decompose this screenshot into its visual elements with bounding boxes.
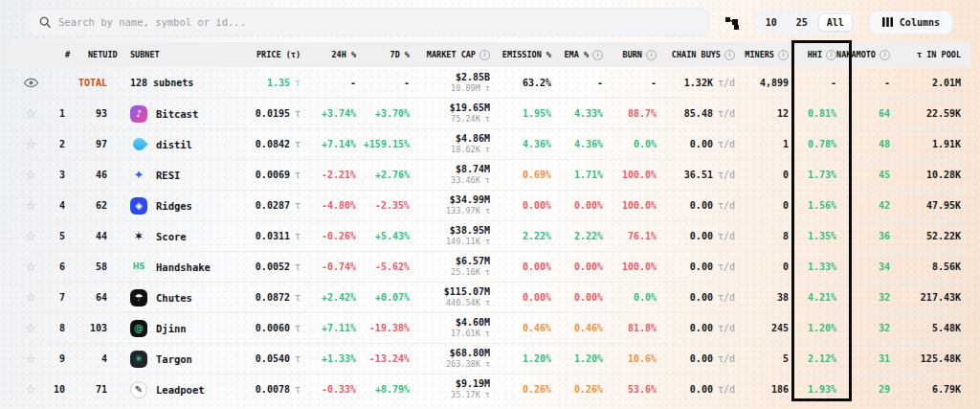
favorite-star-icon[interactable]: ☆ <box>25 198 36 213</box>
favorite-cell: ☆ <box>10 106 52 121</box>
column-header-h24[interactable]: 24H % <box>310 50 366 59</box>
column-header-rank[interactable]: # <box>52 50 75 59</box>
column-header-label: SUBNET <box>130 50 160 59</box>
favorite-star-icon[interactable]: ☆ <box>25 352 36 366</box>
cell-ema: 0.46% <box>561 323 612 333</box>
search-input[interactable] <box>58 16 699 28</box>
cell-7d: +159.15% <box>366 139 419 149</box>
cell-rank: 9 <box>52 353 75 364</box>
chain-buys-value: 0.00 <box>690 384 713 395</box>
page-size-all[interactable]: All <box>818 13 853 32</box>
subnet-logo-icon: HS <box>130 259 147 276</box>
cell-24h: +1.33% <box>310 353 366 364</box>
cell-hhi: - <box>798 78 846 88</box>
column-header-price[interactable]: PRICE (τ) <box>222 50 310 59</box>
network-nodes-icon[interactable] <box>724 14 741 30</box>
chain-buys-value: 36.51 <box>684 170 713 180</box>
search-box[interactable] <box>29 8 709 36</box>
columns-button[interactable]: Columns <box>869 11 953 34</box>
market-cap-usd: $34.99M <box>450 193 490 206</box>
cell-subnet[interactable]: HSHandshake <box>117 259 222 276</box>
info-icon[interactable]: i <box>778 50 789 60</box>
total-row[interactable]: TOTAL128 subnets1.35τ--$2.85B10.89M τ63.… <box>10 67 970 98</box>
market-cap-usd: $2.85B <box>456 71 490 83</box>
cell-subnet[interactable]: ✶Score <box>117 228 222 245</box>
cell-subnet[interactable]: ☂Chutes <box>117 289 222 307</box>
favorite-star-icon[interactable]: ☆ <box>25 260 36 274</box>
favorite-star-icon[interactable]: ☆ <box>25 168 36 182</box>
table-row[interactable]: ☆462◈Ridges0.0287τ-4.80%-2.35%$34.99M133… <box>10 190 970 220</box>
favorite-star-icon[interactable]: ☆ <box>25 290 36 305</box>
columns-icon <box>882 17 893 27</box>
column-header-pool[interactable]: τ IN POOL <box>900 50 970 59</box>
column-header-burn[interactable]: BURNi <box>612 50 666 60</box>
table-row[interactable]: ☆346✦RESI0.0069τ-2.21%+2.76%$8.74M33.46K… <box>10 159 970 190</box>
eye-icon[interactable] <box>24 78 38 88</box>
table-row[interactable]: ☆544✶Score0.0311τ-0.26%+5.43%$38.95M149.… <box>10 220 970 251</box>
cell-netuid: 64 <box>75 292 117 303</box>
table-row[interactable]: ☆8103@Djinn0.0060τ+7.11%-19.38%$4.60M17.… <box>10 312 970 343</box>
table-row[interactable]: ☆764☂Chutes0.0872τ+2.42%+0.07%$115.07M44… <box>10 282 970 312</box>
cell-miners: 38 <box>745 292 798 303</box>
cell-price: 0.0052τ <box>222 261 310 272</box>
cell-miners: 4,899 <box>745 78 798 88</box>
cell-hhi: 1.35% <box>798 231 846 241</box>
column-header-label: MARKET CAP <box>427 50 476 59</box>
page-size-10[interactable]: 10 <box>757 13 786 32</box>
info-icon[interactable]: i <box>826 50 836 60</box>
favorite-cell: ☆ <box>10 168 52 182</box>
info-icon[interactable]: i <box>479 50 490 60</box>
cell-24h: +3.74% <box>310 108 366 119</box>
column-header-netuid[interactable]: NETUID <box>75 50 117 59</box>
cell-subnet[interactable]: ✳Targon <box>117 351 222 368</box>
cell-subnet[interactable]: ✦RESI <box>117 167 222 184</box>
market-cap-usd: $115.07M <box>444 285 490 298</box>
cell-burn: 88.7% <box>612 108 666 119</box>
favorite-star-icon[interactable]: ☆ <box>25 229 36 243</box>
page-size-25[interactable]: 25 <box>788 13 816 32</box>
column-header-nakamoto[interactable]: NAKAMOTOi <box>846 50 900 60</box>
column-header-miners[interactable]: MINERSi <box>745 50 798 60</box>
cell-emission: 1.20% <box>500 353 561 364</box>
cell-subnet[interactable]: distil <box>117 138 222 150</box>
table-row[interactable]: ☆193♪Bitcast0.0195τ+3.74%+3.70%$19.65M75… <box>10 98 970 128</box>
cell-subnet[interactable]: ♪Bitcast <box>117 105 222 123</box>
column-header-ema[interactable]: EMA %i <box>561 50 612 60</box>
favorite-cell: ☆ <box>10 321 52 335</box>
cell-subnet[interactable]: @Djinn <box>117 320 222 337</box>
info-icon[interactable]: i <box>646 50 657 60</box>
visibility-cell <box>10 78 52 88</box>
info-icon[interactable]: i <box>592 50 603 60</box>
cell-burn: 53.6% <box>612 384 666 395</box>
cell-24h: - <box>310 78 366 88</box>
cell-price: 0.0060τ <box>222 323 310 333</box>
cell-market-cap: $9.19M35.17K τ <box>419 377 500 400</box>
market-cap-tao: 10.89M τ <box>451 83 490 94</box>
chain-buys-value: 1.32K <box>684 78 713 88</box>
cell-7d: +0.07% <box>366 292 419 303</box>
column-header-mcap[interactable]: MARKET CAPi <box>419 50 500 60</box>
price-value: 0.0540 <box>256 353 290 364</box>
table-row[interactable]: ☆658HSHandshake0.0052τ-0.74%-5.62%$6.57M… <box>10 251 970 282</box>
cell-pool: 10.28K <box>900 170 970 180</box>
info-icon[interactable]: i <box>880 50 890 60</box>
info-icon[interactable]: i <box>724 50 735 60</box>
cell-subnet[interactable]: ◈Ridges <box>117 197 222 215</box>
column-header-emission[interactable]: EMISSION % <box>500 50 561 59</box>
cell-subnet[interactable]: ✎Leadpoet <box>117 381 222 398</box>
column-header-chain[interactable]: CHAIN BUYSi <box>666 50 745 60</box>
cell-burn: 100.0% <box>612 261 666 272</box>
table-row[interactable]: ☆297distil0.0842τ+7.14%+159.15%$4.86M18.… <box>10 128 970 159</box>
column-header-d7[interactable]: 7D % <box>366 50 419 59</box>
favorite-star-icon[interactable]: ☆ <box>25 321 36 335</box>
column-header-subnet[interactable]: SUBNET <box>117 50 222 59</box>
table-row[interactable]: ☆1071✎Leadpoet0.0078τ-0.33%+8.79%$9.19M3… <box>10 374 970 404</box>
cell-ema: 2.22% <box>561 231 612 241</box>
favorite-star-icon[interactable]: ☆ <box>25 382 36 397</box>
subnet-name: Handshake <box>156 261 211 273</box>
favorite-star-icon[interactable]: ☆ <box>25 106 36 121</box>
column-header-label: EMA % <box>564 50 589 59</box>
table-row[interactable]: ☆94✳Targon0.0540τ+1.33%-13.24%$68.80M263… <box>10 343 970 374</box>
chain-buys-unit: τ/d <box>718 170 735 180</box>
favorite-star-icon[interactable]: ☆ <box>25 137 36 151</box>
